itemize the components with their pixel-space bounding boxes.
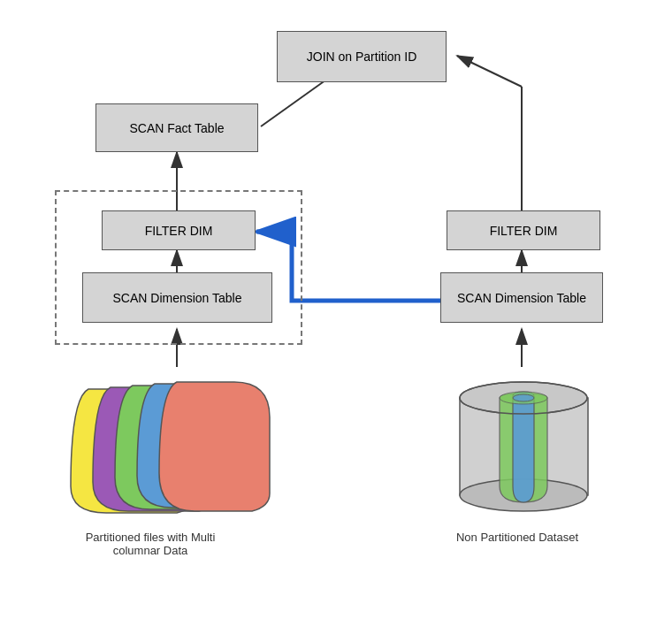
pages-stack-svg (62, 371, 274, 522)
join-label: JOIN on Partition ID (307, 50, 417, 64)
scan-dim-left-label: SCAN Dimension Table (112, 291, 241, 305)
filter-dim-right-label: FILTER DIM (490, 224, 558, 238)
scan-dim-left-box: SCAN Dimension Table (82, 272, 272, 323)
filter-dim-left-label: FILTER DIM (145, 224, 213, 238)
scan-fact-box: SCAN Fact Table (95, 103, 258, 152)
filter-dim-left-box: FILTER DIM (102, 210, 256, 250)
left-dataset-label: Partitioned files with Multicolumnar Dat… (53, 531, 248, 557)
scan-dim-right-box: SCAN Dimension Table (440, 272, 603, 323)
scan-fact-label: SCAN Fact Table (129, 121, 224, 135)
cylinder-svg (451, 371, 597, 522)
svg-line-10 (457, 56, 522, 87)
scan-dim-right-label: SCAN Dimension Table (457, 291, 586, 305)
join-box: JOIN on Partition ID (277, 31, 447, 82)
right-dataset-label: Non Partitioned Dataset (433, 531, 601, 544)
diagram-container: JOIN on Partition ID SCAN Fact Table FIL… (0, 0, 672, 619)
filter-dim-right-box: FILTER DIM (447, 210, 600, 250)
